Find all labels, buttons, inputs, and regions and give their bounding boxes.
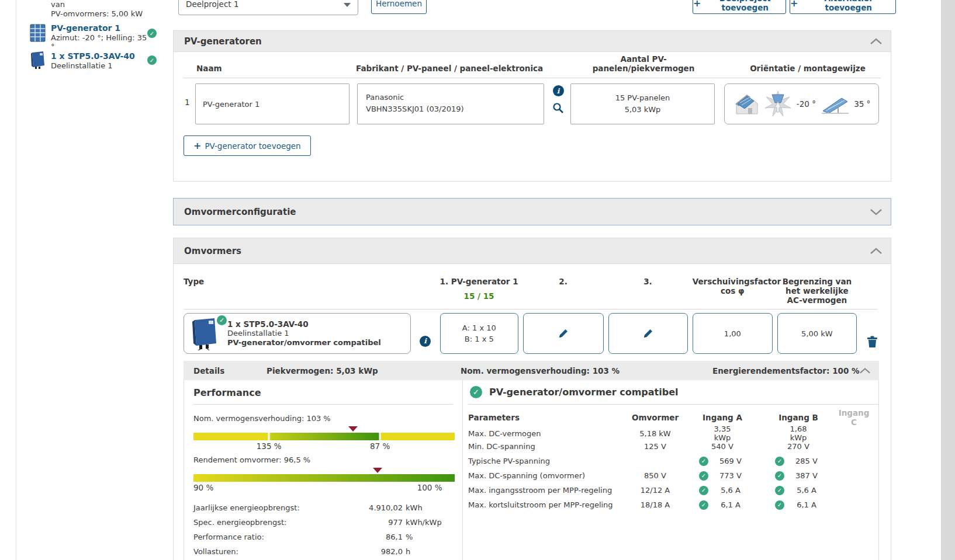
- chevron-up-icon[interactable]: [870, 248, 883, 255]
- generator2-edit-box[interactable]: [523, 313, 604, 354]
- details-bar[interactable]: Details Piekvermogen: 5,03 kWp Nom. verm…: [184, 361, 879, 380]
- check-circle-icon: ✓: [147, 29, 157, 38]
- stat-row: Jaarlijkse energieopbrengst: 4.910,02 kW…: [193, 500, 453, 515]
- compatibility-header-row: Parameters Omvormer Ingang A Ingang B In…: [468, 408, 878, 425]
- param-input-a-value: 5,6 A: [715, 486, 746, 495]
- check-circle-icon: ✓: [699, 471, 708, 481]
- param-input-a-value: 773 V: [715, 471, 746, 480]
- tree-item-pv-generator-title[interactable]: PV-generator 1: [51, 23, 150, 33]
- param-input-b-value: 285 V: [791, 457, 822, 465]
- caret-down-icon: [344, 3, 351, 7]
- performance-panel: Performance Nom. vermogensverhouding: 10…: [184, 380, 463, 560]
- generator3-edit-box[interactable]: [608, 313, 688, 354]
- trash-icon[interactable]: [867, 335, 878, 348]
- check-circle-icon: ✓: [699, 457, 708, 466]
- add-alternative-label: Alternatief toevoegen: [801, 0, 895, 12]
- panel-count-field[interactable]: 15 PV-panelen 5,03 kWp: [570, 84, 715, 124]
- inverter-product-image: [190, 316, 219, 350]
- tree-item-inverter[interactable]: 1 x STP5.0-3AV-40 Deelinstallatie 1 ✓: [16, 51, 173, 72]
- column-3: 3.: [608, 277, 687, 286]
- tree-item-pv-generator[interactable]: PV-generator 1 Azimut: -20 °; Helling: 3…: [16, 23, 173, 44]
- pv-generator-row: 1 Panasonic VBHN335SKJ01 (03/2019) i 15 …: [174, 78, 891, 131]
- param-inverter-value: 5,18 kW: [626, 429, 684, 438]
- search-icon[interactable]: [552, 102, 564, 114]
- nominal-ratio-label: Nom. vermogensverhouding: 103 %: [193, 414, 453, 423]
- pv-generators-section-header[interactable]: PV-generatoren: [173, 30, 891, 52]
- param-label: Min. DC-spanning: [468, 442, 626, 451]
- compat-row: Max. kortsluitstroom per MPP-regeling 18…: [468, 498, 878, 512]
- row-index: 1: [185, 98, 190, 107]
- tree-item-pv-generator-subtitle: Azimut: -20 °; Helling: 35 °: [51, 33, 150, 51]
- param-input-a-value: 6,1 A: [715, 500, 746, 509]
- bar2-tick-left: 90 %: [193, 483, 213, 492]
- check-circle-icon: ✓: [699, 486, 708, 495]
- stat-label: Spec. energieopbrengst:: [193, 518, 344, 527]
- column-input-c: Ingang C: [836, 408, 871, 427]
- house-icon: [733, 92, 760, 116]
- inverters-section-header[interactable]: Omvormers: [173, 238, 891, 264]
- string-config-b: B: 1 x 5: [465, 333, 494, 345]
- param-input-b-value: 270 V: [783, 442, 814, 451]
- column-input-a: Ingang A: [684, 413, 760, 422]
- column-generator1: 1. PV-generator 1: [440, 277, 518, 286]
- orientation-field[interactable]: -20 ° 35 °: [724, 84, 879, 124]
- inverter-type-box[interactable]: ✓ 1 x STP5.0-3AV-40 Deelinstallatie 1 PV…: [184, 313, 411, 354]
- compat-row: Typische PV-spanning ✓569 V ✓285 V: [468, 454, 878, 468]
- stat-value: 86,1: [344, 533, 403, 541]
- bar1-tick-left: 135 %: [257, 441, 282, 451]
- plus-icon: +: [790, 0, 798, 9]
- column-type: Type: [184, 277, 411, 286]
- chevron-up-icon[interactable]: [870, 38, 883, 45]
- add-alternative-button[interactable]: + Alternatief toevoegen: [790, 0, 896, 14]
- tree-item-inverter-title[interactable]: 1 x STP5.0-3AV-40: [51, 51, 150, 61]
- stat-label: Performance ratio:: [193, 533, 344, 541]
- inverter-configuration-section-header[interactable]: Omvormerconfiguratie: [173, 198, 891, 225]
- peak-power: 5,03 kWp: [625, 104, 661, 116]
- stat-unit: h: [406, 547, 453, 556]
- param-input-b-value: 5,6 A: [791, 486, 822, 495]
- pv-generators-title: PV-generatoren: [184, 36, 262, 47]
- check-circle-icon: ✓: [775, 471, 784, 481]
- cos-phi-box[interactable]: 1,00: [693, 313, 773, 354]
- tilt-value: 35 °: [854, 99, 870, 109]
- stat-row: Vollasturen: 982,0 h: [193, 544, 453, 559]
- inverter-row: ✓ 1 x STP5.0-3AV-40 Deelinstallatie 1 PV…: [184, 309, 878, 354]
- info-icon[interactable]: i: [553, 85, 564, 96]
- param-input-b-value: 387 V: [791, 471, 822, 480]
- check-circle-icon: ✓: [699, 500, 708, 510]
- param-label: Max. DC-vermogen: [468, 429, 626, 438]
- add-subproject-button[interactable]: + Deelproject toevoegen: [693, 0, 786, 14]
- stat-label: Jaarlijkse energieopbrengst:: [193, 503, 344, 512]
- compat-row: Max. DC-vermogen 5,18 kW 3,35 kWp 1,68 k…: [468, 425, 878, 439]
- check-circle-icon: ✓: [470, 386, 482, 398]
- tree-item-system[interactable]: Nominaal AC-vermogen van PV-omvormers: 5…: [16, 0, 173, 18]
- stat-value: 982,0: [344, 547, 403, 556]
- generator1-assignment: 15 / 15: [440, 291, 518, 301]
- inverter-subinstallation: Deelinstallatie 1: [227, 329, 381, 338]
- bar2-tick-right: 100 %: [417, 483, 442, 492]
- subproject-select[interactable]: Deelproject 1: [178, 0, 358, 15]
- param-input-a-value: 540 V: [707, 442, 738, 451]
- add-pv-generator-button[interactable]: + PV-generator toevoegen: [184, 135, 311, 156]
- panel-count: 15 PV-panelen: [615, 92, 670, 104]
- chevron-up-icon[interactable]: [859, 367, 871, 374]
- pv-generator-name-input[interactable]: [195, 84, 350, 124]
- column-parameters: Parameters: [468, 413, 626, 422]
- inverters-title: Omvormers: [184, 246, 241, 256]
- column-manufacturer: Fabrikant / PV-paneel / paneel-elektroni…: [356, 64, 543, 73]
- inverter-efficiency-bar: [193, 474, 455, 482]
- column-cos-phi-line1: Verschuivingsfactor: [693, 277, 773, 286]
- column-ac-limit: Begrenzing van het werkelijke AC-vermoge…: [777, 277, 857, 305]
- compat-row: Max. DC-spanning (omvormer) 850 V ✓773 V…: [468, 468, 878, 483]
- panel-selection-field[interactable]: Panasonic VBHN335SKJ01 (03/2019): [357, 84, 544, 124]
- details-panels: Performance Nom. vermogensverhouding: 10…: [184, 380, 879, 560]
- ac-limit-box[interactable]: 5,00 kW: [777, 313, 857, 354]
- generator1-string-config-box[interactable]: A: 1 x 10 B: 1 x 5: [440, 313, 519, 354]
- chevron-down-icon[interactable]: [870, 208, 883, 215]
- string-config-a: A: 1 x 10: [462, 322, 496, 333]
- performance-title: Performance: [193, 387, 453, 398]
- info-icon[interactable]: i: [420, 336, 431, 347]
- stat-value: 4.910,02: [344, 503, 403, 512]
- rename-button[interactable]: Hernoemen: [371, 0, 427, 14]
- compatibility-table: Parameters Omvormer Ingang A Ingang B In…: [468, 408, 878, 512]
